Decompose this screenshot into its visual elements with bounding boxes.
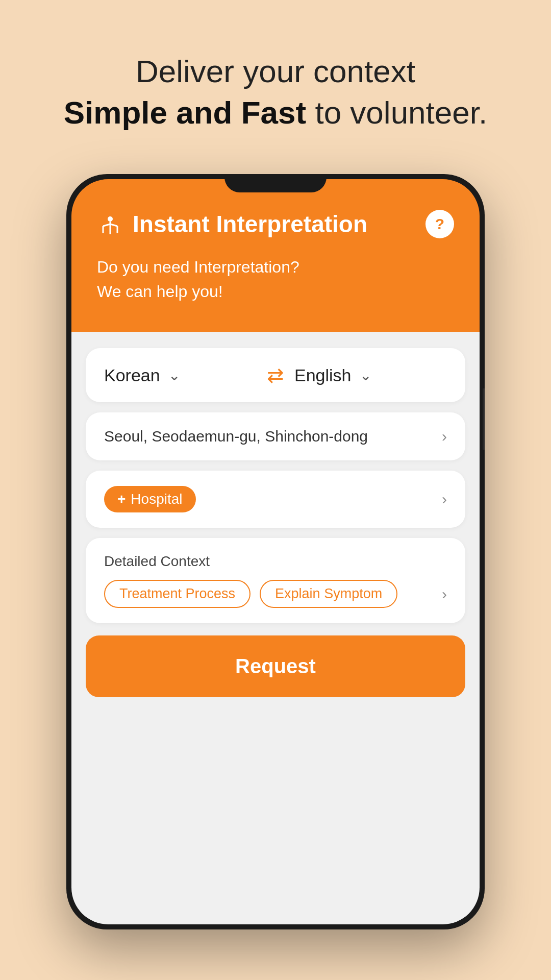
category-row: + Hospital › [104, 486, 447, 512]
app-content: Korean ⌄ ⇄ English ⌄ Seoul, Seodaemun-gu… [71, 332, 480, 924]
location-chevron-right-icon: › [442, 428, 447, 445]
target-chevron-down-icon: ⌄ [360, 367, 371, 384]
app-header: Instant Interpretation ? Do you need Int… [71, 179, 480, 332]
phone-screen: Instant Interpretation ? Do you need Int… [71, 179, 480, 924]
help-icon-symbol: ? [435, 215, 444, 233]
target-language-select[interactable]: English ⌄ [294, 365, 447, 385]
source-language-select[interactable]: Korean ⌄ [104, 365, 257, 385]
app-logo-icon [97, 211, 123, 237]
phone-side-button [483, 388, 485, 450]
detailed-context-card: Detailed Context Treatment Process Expla… [86, 538, 465, 623]
source-chevron-down-icon: ⌄ [168, 367, 180, 384]
headline-line2: Simple and Fast to volunteer. [64, 92, 487, 134]
app-header-top: Instant Interpretation ? [97, 210, 454, 238]
location-value: Seoul, Seodaemun-gu, Shinchon-dong [104, 428, 368, 445]
context-label: Detailed Context [104, 553, 447, 570]
app-subtitle: Do you need Interpretation? We can help … [97, 255, 454, 304]
context-tag-symptom[interactable]: Explain Symptom [260, 580, 397, 608]
language-row: Korean ⌄ ⇄ English ⌄ [104, 363, 447, 387]
swap-icon[interactable]: ⇄ [267, 363, 284, 387]
svg-line-3 [110, 224, 117, 226]
category-chevron-right-icon: › [442, 491, 447, 508]
language-selector-card: Korean ⌄ ⇄ English ⌄ [86, 348, 465, 402]
source-language-label: Korean [104, 365, 160, 385]
context-tags-list: Treatment Process Explain Symptom [104, 580, 397, 608]
plus-icon: + [117, 491, 126, 507]
category-badge: + Hospital [104, 486, 196, 512]
app-title-row: Instant Interpretation [97, 210, 367, 238]
request-button[interactable]: Request [86, 635, 465, 697]
svg-point-0 [108, 216, 113, 222]
help-button[interactable]: ? [425, 210, 454, 238]
phone-frame: Instant Interpretation ? Do you need Int… [66, 174, 485, 929]
target-language-label: English [294, 365, 352, 385]
context-tag-treatment[interactable]: Treatment Process [104, 580, 251, 608]
subtitle-line1: Do you need Interpretation? [97, 255, 454, 279]
category-label: Hospital [131, 491, 182, 507]
page-headline: Deliver your context Simple and Fast to … [64, 51, 487, 133]
headline-normal: to volunteer. [315, 95, 487, 130]
subtitle-line2: We can help you! [97, 279, 454, 304]
category-card[interactable]: + Hospital › [86, 471, 465, 528]
svg-line-2 [103, 224, 110, 226]
location-row: Seoul, Seodaemun-gu, Shinchon-dong › [104, 428, 447, 445]
app-title: Instant Interpretation [133, 210, 367, 238]
context-tags-row: Treatment Process Explain Symptom › [104, 580, 447, 608]
phone-notch [224, 174, 327, 192]
headline-line1: Deliver your context [64, 51, 487, 92]
context-chevron-right-icon: › [442, 585, 447, 603]
location-card[interactable]: Seoul, Seodaemun-gu, Shinchon-dong › [86, 412, 465, 460]
headline-bold: Simple and Fast [64, 95, 306, 130]
